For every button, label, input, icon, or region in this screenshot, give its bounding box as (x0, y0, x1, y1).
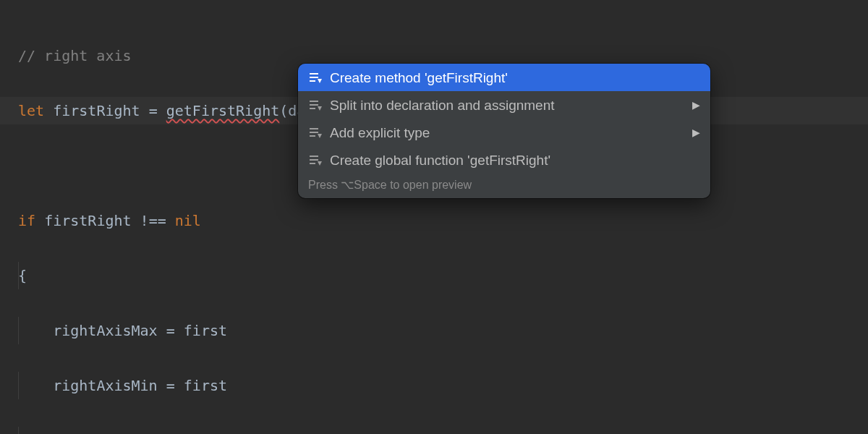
intention-edit-icon (308, 153, 323, 167)
intention-item-create-global-function[interactable]: Create global function 'getFirstRight' (298, 146, 710, 174)
svg-rect-5 (310, 108, 315, 109)
intention-edit-icon (308, 125, 323, 140)
intention-item-label: Create global function 'getFirstRight' (330, 153, 550, 167)
svg-rect-9 (310, 156, 318, 157)
intention-item-label: Split into declaration and assignment (330, 98, 555, 112)
intention-item-label: Create method 'getFirstRight' (330, 71, 508, 85)
intention-item-label: Add explicit type (330, 126, 430, 140)
svg-rect-3 (310, 101, 318, 102)
kw-if: if (18, 212, 35, 229)
svg-rect-7 (310, 132, 318, 133)
svg-rect-4 (310, 104, 318, 106)
intention-hint: Press ⌥Space to open preview (298, 174, 710, 198)
kw-nil: nil (175, 212, 201, 229)
fn-getFirstRight-error[interactable]: getFirstRight (166, 102, 280, 119)
svg-rect-11 (310, 163, 315, 164)
intention-popup[interactable]: Create method 'getFirstRight' Split into… (298, 64, 710, 198)
intention-item-create-method[interactable]: Create method 'getFirstRight' (298, 64, 710, 91)
svg-rect-6 (310, 128, 318, 129)
code-comment: // right axis (18, 47, 132, 64)
svg-rect-1 (310, 77, 318, 78)
var-firstRight: firstRight (53, 102, 140, 119)
svg-rect-8 (310, 135, 315, 137)
chevron-right-icon: ▶ (692, 127, 700, 137)
intention-item-split-declaration[interactable]: Split into declaration and assignment ▶ (298, 91, 710, 119)
chevron-right-icon: ▶ (692, 100, 700, 110)
svg-rect-2 (310, 80, 315, 82)
kw-let: let (18, 102, 44, 119)
intention-bulb-icon (308, 70, 323, 85)
svg-rect-10 (310, 159, 318, 161)
intention-edit-icon (308, 98, 323, 112)
intention-item-add-explicit-type[interactable]: Add explicit type ▶ (298, 119, 710, 146)
svg-rect-0 (310, 73, 318, 75)
